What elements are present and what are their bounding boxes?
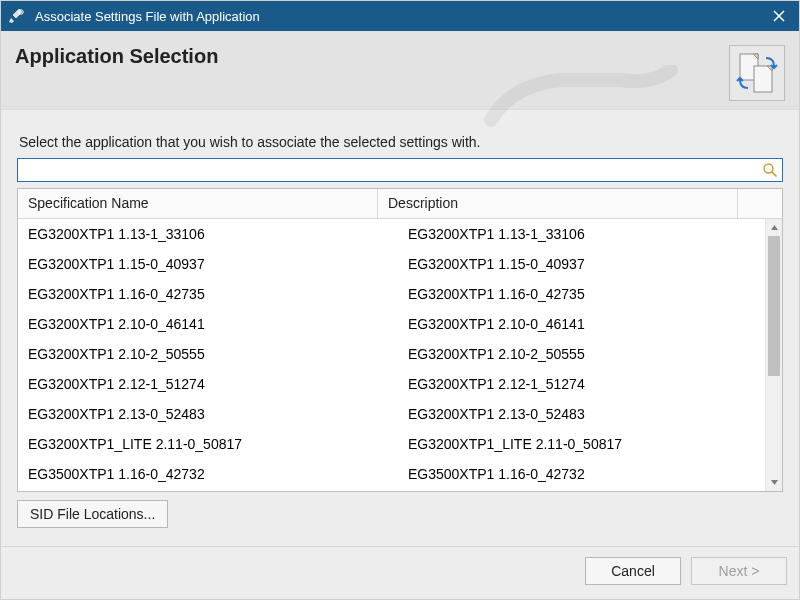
table-row[interactable]: EG3500XTP1 1.16-0_42732EG3500XTP1 1.16-0… — [18, 459, 765, 489]
cell-spec-name: EG3200XTP1_LITE 2.11-0_50817 — [18, 436, 378, 452]
cell-spec-name: EG3200XTP1 1.16-0_42735 — [18, 286, 378, 302]
dialog-footer: Cancel Next > — [1, 546, 799, 599]
table-header: Specification Name Description — [18, 189, 782, 219]
close-button[interactable] — [759, 1, 799, 31]
dialog-header: Application Selection — [1, 31, 799, 110]
page-title: Application Selection — [15, 45, 721, 68]
cell-description: EG3200XTP1 1.13-1_33106 — [378, 226, 765, 242]
window-title: Associate Settings File with Application — [35, 9, 759, 24]
table-row[interactable]: EG3200XTP1 1.16-0_42735EG3200XTP1 1.16-0… — [18, 279, 765, 309]
instruction-text: Select the application that you wish to … — [19, 134, 781, 150]
table-row[interactable]: EG3200XTP1 2.10-2_50555EG3200XTP1 2.10-2… — [18, 339, 765, 369]
vertical-scrollbar[interactable] — [765, 219, 782, 491]
scroll-down-arrow-icon[interactable] — [766, 474, 782, 491]
titlebar: Associate Settings File with Application — [1, 1, 799, 31]
column-spacer — [738, 189, 782, 218]
cell-description: EG3500XTP1 1.16-0_42732 — [378, 466, 765, 482]
cell-spec-name: EG3200XTP1 1.15-0_40937 — [18, 256, 378, 272]
scrollbar-track[interactable] — [766, 236, 782, 474]
table-row[interactable]: EG3200XTP1 2.12-1_51274EG3200XTP1 2.12-1… — [18, 369, 765, 399]
next-button[interactable]: Next > — [691, 557, 787, 585]
cell-spec-name: EG3500XTP1 1.16-0_42732 — [18, 466, 378, 482]
table-row[interactable]: EG3200XTP1_LITE 2.11-0_50817EG3200XTP1_L… — [18, 429, 765, 459]
table-row[interactable]: EG3200XTP1 1.13-1_33106EG3200XTP1 1.13-1… — [18, 219, 765, 249]
cell-description: EG3200XTP1 2.10-0_46141 — [378, 316, 765, 332]
cancel-button[interactable]: Cancel — [585, 557, 681, 585]
search-field-wrap — [17, 158, 783, 182]
cell-spec-name: EG3200XTP1 2.12-1_51274 — [18, 376, 378, 392]
cell-spec-name: EG3200XTP1 2.13-0_52483 — [18, 406, 378, 422]
documents-transfer-icon — [734, 50, 780, 96]
table-row[interactable]: EG3200XTP1 2.10-0_46141EG3200XTP1 2.10-0… — [18, 309, 765, 339]
cell-description: EG3200XTP1 1.16-0_42735 — [378, 286, 765, 302]
sid-file-locations-button[interactable]: SID File Locations... — [17, 500, 168, 528]
cell-spec-name: EG3200XTP1 2.10-2_50555 — [18, 346, 378, 362]
scroll-up-arrow-icon[interactable] — [766, 219, 782, 236]
svg-rect-2 — [754, 66, 772, 92]
cell-description: EG3200XTP1 2.12-1_51274 — [378, 376, 765, 392]
scrollbar-thumb[interactable] — [768, 236, 780, 376]
dialog-content: Select the application that you wish to … — [1, 110, 799, 546]
cell-description: EG3200XTP1 1.15-0_40937 — [378, 256, 765, 272]
close-icon — [773, 10, 785, 22]
column-description[interactable]: Description — [378, 189, 738, 218]
cell-description: EG3200XTP1 2.13-0_52483 — [378, 406, 765, 422]
search-input[interactable] — [17, 158, 783, 182]
column-spec-name[interactable]: Specification Name — [18, 189, 378, 218]
cell-description: EG3200XTP1_LITE 2.11-0_50817 — [378, 436, 765, 452]
wrench-screwdriver-icon — [9, 8, 25, 24]
table-row[interactable]: EG3200XTP1 2.13-0_52483EG3200XTP1 2.13-0… — [18, 399, 765, 429]
cell-spec-name: EG3200XTP1 1.13-1_33106 — [18, 226, 378, 242]
table-row[interactable]: EG3200XTP1 1.15-0_40937EG3200XTP1 1.15-0… — [18, 249, 765, 279]
header-illustration — [729, 45, 785, 101]
table-body: EG3200XTP1 1.13-1_33106EG3200XTP1 1.13-1… — [18, 219, 765, 491]
application-table: Specification Name Description EG3200XTP… — [17, 188, 783, 492]
cell-description: EG3200XTP1 2.10-2_50555 — [378, 346, 765, 362]
cell-spec-name: EG3200XTP1 2.10-0_46141 — [18, 316, 378, 332]
